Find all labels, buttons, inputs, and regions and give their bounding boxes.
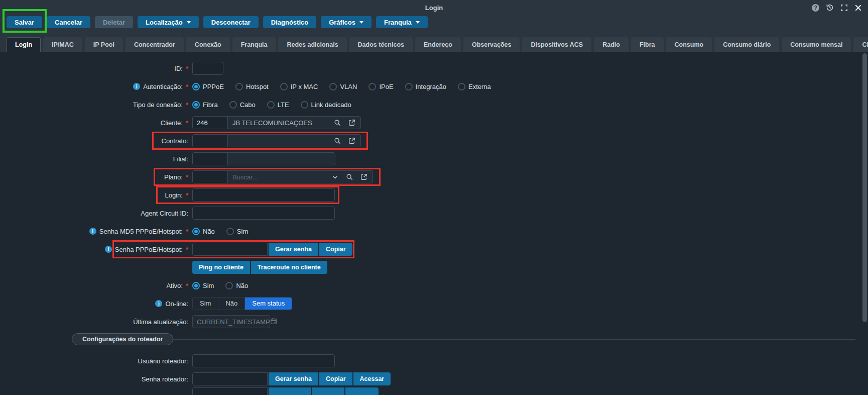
info-icon[interactable]: i [133,83,140,90]
copiar-senha-button[interactable]: Copiar [319,243,352,256]
senha-pppoe-input[interactable] [192,243,268,256]
external-link-icon[interactable] [360,173,367,180]
ping-cliente-button[interactable]: Ping no cliente [192,261,250,274]
calendar-icon[interactable] [270,318,277,326]
cliente-code-input[interactable] [193,117,228,129]
graficos-dropdown-button[interactable]: Gráficos [321,16,371,28]
tab-fibra[interactable]: Fibra [631,37,664,52]
info-icon[interactable]: i [155,300,162,307]
senha-roteador-input[interactable] [192,372,268,385]
radio-md5-sim[interactable]: Sim [226,228,248,235]
tab-endereco[interactable]: Endereço [415,37,461,52]
help-icon[interactable]: ? [812,4,819,12]
radio-dot [192,83,200,90]
tab-radio[interactable]: Radio [594,37,629,52]
timestamp-value: CURRENT_TIMESTAMP [197,318,270,326]
window-header: Login ? Salvar Cancelar Deletar Localiza… [0,0,868,52]
partial-row-button[interactable] [269,387,311,395]
desconectar-button[interactable]: Desconectar [203,16,259,28]
form-row-login: Login: * [0,188,868,202]
online-nao-option[interactable]: Não [218,298,244,310]
radio-ativo-nao[interactable]: Não [225,282,248,289]
radio-externa[interactable]: Externa [458,83,491,90]
radio-cabo[interactable]: Cabo [229,101,256,109]
filial-code-input[interactable] [193,153,228,165]
tab-checagem-login[interactable]: Checagem login [853,37,868,52]
info-icon[interactable]: i [105,246,112,253]
tab-ip-mac[interactable]: IP/MAC [43,37,82,52]
radio-ipoe[interactable]: IPoE [368,83,393,90]
tab-login[interactable]: Login [7,37,41,52]
franquia-dropdown-button[interactable]: Franquia [376,16,428,28]
acessar-roteador-button[interactable]: Acessar [353,372,391,385]
tab-consumo-diario[interactable]: Consumo diário [714,37,779,52]
gerar-senha-button[interactable]: Gerar senha [269,243,318,256]
chevron-down-icon[interactable] [332,174,338,180]
localizacao-dropdown-button[interactable]: Localização [138,16,199,28]
usuario-roteador-input[interactable] [192,354,335,367]
tab-redes-adicionais[interactable]: Redes adicionais [278,37,346,52]
section-pill[interactable]: Configurações do roteador [72,333,173,345]
traceroute-cliente-button[interactable]: Traceroute no cliente [251,261,327,274]
radio-fibra[interactable]: Fibra [192,101,218,109]
tab-dispositivos-acs[interactable]: Dispositivos ACS [522,37,591,52]
login-input[interactable] [192,188,335,202]
radio-integracao[interactable]: Integração [405,83,446,90]
search-icon[interactable] [334,119,341,126]
online-sim-option[interactable]: Sim [193,298,218,310]
radio-hotspot[interactable]: Hotspot [235,83,269,90]
info-icon[interactable]: i [89,228,96,235]
diagnostico-button[interactable]: Diagnóstico [263,16,316,28]
tab-observacoes[interactable]: Observações [463,37,520,52]
plano-search-placeholder[interactable]: Buscar... [228,173,327,181]
agent-circuit-id-input[interactable] [192,207,335,220]
partial-row-button[interactable] [312,387,344,395]
close-icon[interactable] [854,4,862,12]
search-icon[interactable] [334,137,341,144]
radio-vlan[interactable]: VLAN [329,83,357,90]
online-label: On-line: [165,300,188,308]
history-icon[interactable] [826,4,834,12]
window-controls: ? [812,4,862,12]
cancelar-button[interactable]: Cancelar [47,16,90,28]
external-link-icon[interactable] [348,119,355,126]
form-row-online: i On-line: Sim Não Sem status [0,297,868,310]
radio-dot [405,83,413,90]
radio-link-dedicado[interactable]: Link dedicado [301,101,351,109]
search-icon[interactable] [346,173,353,180]
partial-row-button[interactable] [345,387,379,395]
contrato-code-input[interactable] [193,135,228,147]
radio-dot [192,101,200,109]
radio-lte[interactable]: LTE [267,101,289,109]
tab-consumo[interactable]: Consumo [666,37,712,52]
tab-franquia[interactable]: Franquia [232,37,276,52]
radio-ip-x-mac[interactable]: IP x MAC [280,83,318,90]
cliente-display: JB TELECOMUNICAÇOES [228,119,329,127]
id-input[interactable] [192,62,223,75]
tab-ip-pool[interactable]: IP Pool [85,37,123,52]
online-sem-status-option[interactable]: Sem status [244,298,292,310]
contrato-lookup-field [192,134,361,147]
plano-code-input[interactable] [193,171,228,183]
form-row-ativo: Ativo: * Sim Não [0,279,868,292]
tab-consumo-mensal[interactable]: Consumo mensal [782,37,851,52]
fullscreen-icon[interactable] [840,4,848,12]
caret-down-icon [359,21,363,26]
tab-conexao[interactable]: Conexão [186,37,230,52]
tab-dados-tecnicos[interactable]: Dados técnicos [349,37,413,52]
window-title: Login [425,4,443,12]
radio-dot [229,101,237,109]
radio-md5-nao[interactable]: Não [192,228,215,235]
external-link-icon[interactable] [348,137,355,144]
radio-ativo-sim[interactable]: Sim [192,282,214,289]
tab-concentrador[interactable]: Concentrador [126,37,184,52]
radio-pppoe[interactable]: PPPoE [192,83,224,90]
vertical-scrollbar[interactable] [862,53,867,322]
salvar-button[interactable]: Salvar [7,16,42,28]
autenticacao-label: Autenticação: [143,83,183,90]
copiar-senha-roteador-button[interactable]: Copiar [319,372,352,385]
agent-circuit-id-label: Agent Circuit ID: [141,210,188,217]
gerar-senha-roteador-button[interactable]: Gerar senha [269,372,318,385]
radio-dot [192,228,200,235]
partial-row-input[interactable] [192,387,268,395]
